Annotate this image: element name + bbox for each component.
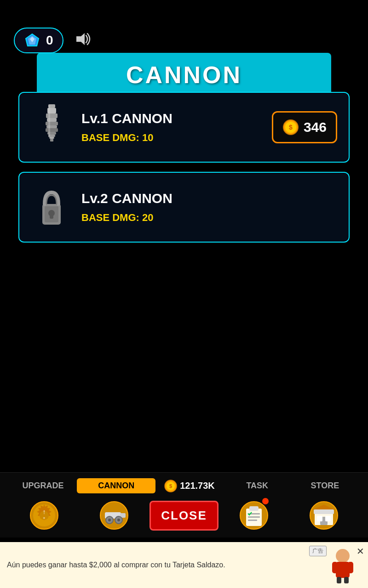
svg-rect-52: [332, 562, 338, 573]
ad-banner: Aún puedes ganar hasta $2,000 al comprar…: [0, 542, 368, 588]
svg-rect-54: [337, 577, 341, 583]
svg-rect-14: [50, 139, 53, 141]
item-icon-lv2: [31, 182, 72, 232]
nav-coin-amount: 121.73K: [180, 481, 215, 491]
item-icon-lv1: [31, 102, 72, 153]
item-dmg-lv1: BASE DMG: 10: [81, 132, 263, 144]
item-dmg-lv2: BASE DMG: 20: [81, 212, 337, 224]
item-price-lv1: 346: [304, 119, 327, 135]
item-card-lv1[interactable]: Lv.1 CANNON BASE DMG: 10 $ 346: [18, 92, 350, 163]
svg-text:↑: ↑: [43, 508, 46, 515]
svg-rect-46: [314, 509, 334, 514]
cannon-nav-icon: [98, 499, 130, 531]
nav-label-upgrade[interactable]: UPGRADE: [9, 481, 77, 491]
task-notification-dot: [262, 498, 269, 504]
ad-text: Aún puedes ganar hasta $2,000 al comprar…: [7, 560, 320, 570]
svg-text:$: $: [169, 483, 172, 489]
item-name-lv1: Lv.1 CANNON: [81, 111, 263, 126]
gem-counter: 0: [14, 28, 63, 53]
nav-coin-display: $ 121.73K: [155, 480, 223, 492]
nav-label-task[interactable]: TASK: [224, 481, 291, 491]
gem-count: 0: [46, 33, 53, 48]
svg-text:$: $: [289, 124, 293, 131]
item-info-lv2: Lv.2 CANNON BASE DMG: 20: [81, 191, 337, 224]
svg-marker-3: [76, 33, 85, 45]
close-button[interactable]: CLOSE: [166, 497, 202, 534]
item-name-lv2: Lv.2 CANNON: [81, 191, 337, 206]
store-icon: [308, 499, 340, 531]
svg-rect-49: [325, 516, 331, 521]
svg-rect-10: [46, 128, 58, 132]
svg-point-50: [336, 549, 350, 563]
svg-rect-40: [249, 506, 259, 511]
bottom-nav: UPGRADE CANNON $ 121.73K TASK STORE ↑ +: [0, 472, 368, 537]
svg-rect-51: [336, 562, 350, 578]
svg-rect-48: [317, 516, 322, 521]
close-btn-label[interactable]: CLOSE: [150, 501, 218, 531]
svg-rect-9: [46, 125, 57, 128]
items-container: Lv.1 CANNON BASE DMG: 10 $ 346: [18, 92, 350, 252]
nav-coin-icon: $: [164, 480, 177, 492]
ad-badge: 广告: [309, 546, 327, 556]
page-title: CANNON: [126, 62, 242, 88]
svg-rect-8: [46, 122, 58, 125]
nav-label-store[interactable]: STORE: [291, 481, 359, 491]
upgrade-icon: ↑ +: [28, 499, 60, 531]
svg-rect-55: [344, 577, 349, 583]
item-card-lv2[interactable]: Lv.2 CANNON BASE DMG: 20: [18, 172, 350, 243]
nav-icons: ↑ + CLOSE: [0, 497, 368, 534]
svg-point-37: [117, 519, 120, 521]
svg-rect-22: [50, 213, 53, 219]
ad-image: [324, 547, 361, 583]
nav-label-cannon[interactable]: CANNON: [77, 478, 155, 493]
nav-icon-store[interactable]: [305, 497, 342, 534]
svg-rect-15: [48, 105, 50, 137]
nav-labels: UPGRADE CANNON $ 121.73K TASK STORE: [0, 478, 368, 493]
svg-text:+: +: [43, 516, 45, 520]
svg-rect-6: [46, 113, 58, 118]
svg-point-36: [108, 519, 111, 521]
cannon-image-lv1: [39, 104, 64, 150]
coin-icon-lv1: $: [282, 119, 299, 136]
svg-rect-53: [348, 562, 353, 573]
nav-icon-cannon[interactable]: [96, 497, 132, 534]
svg-rect-43: [248, 520, 257, 521]
title-banner: CANNON: [37, 53, 331, 97]
item-info-lv1: Lv.1 CANNON BASE DMG: 10: [81, 111, 263, 144]
nav-icon-upgrade[interactable]: ↑ +: [26, 497, 63, 534]
top-bar: 0: [0, 28, 368, 53]
ad-character: [327, 547, 359, 583]
ad-close-icon[interactable]: ✕: [356, 546, 364, 557]
nav-icon-task[interactable]: [236, 497, 272, 534]
price-badge-lv1[interactable]: $ 346: [272, 111, 337, 143]
gem-icon: [24, 32, 40, 49]
sound-icon[interactable]: [73, 30, 91, 51]
lock-image-lv2: [35, 188, 68, 227]
svg-rect-42: [248, 516, 260, 518]
